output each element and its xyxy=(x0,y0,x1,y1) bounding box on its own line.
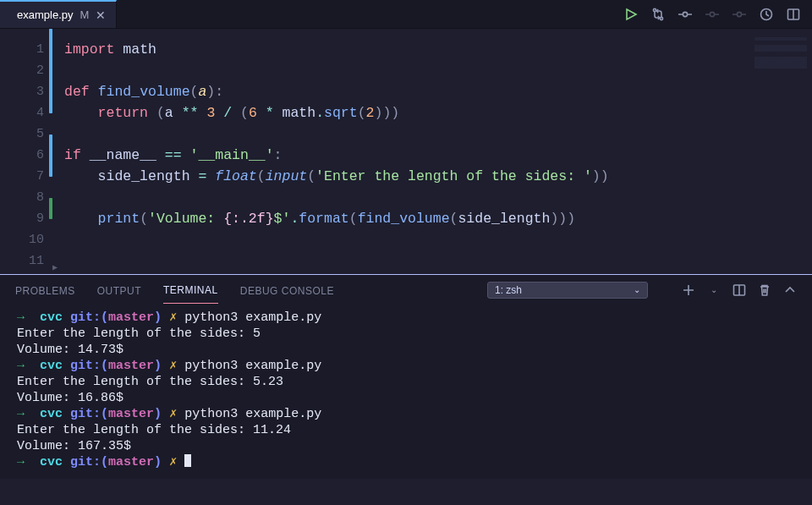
line-number: 8 xyxy=(0,187,49,208)
panel-tabbar: PROBLEMS OUTPUT TERMINAL DEBUG CONSOLE 1… xyxy=(0,275,812,305)
panel-actions: ⌄ xyxy=(682,283,797,297)
svg-point-6 xyxy=(737,12,741,16)
code-line xyxy=(64,229,609,250)
terminal-selector-label: 1: zsh xyxy=(495,284,522,296)
editor-actions xyxy=(624,0,812,28)
modification-stripe xyxy=(49,29,52,274)
line-number: 11 xyxy=(0,250,49,272)
line-number: 10 xyxy=(0,229,49,250)
terminal-line: Enter the length of the sides: 11.24 xyxy=(17,422,795,438)
terminal-line: Enter the length of the sides: 5.23 xyxy=(17,374,795,390)
close-tab-button[interactable]: ✕ xyxy=(96,8,106,22)
editor-topbar: example.py M ✕ xyxy=(0,0,812,29)
new-terminal-icon[interactable] xyxy=(682,283,695,297)
svg-point-5 xyxy=(710,12,714,16)
line-number: 9 xyxy=(0,208,49,229)
code-line: return (a ** 3 / (6 * math.sqrt(2))) xyxy=(64,102,609,124)
code-line: side_length = float(input('Enter the len… xyxy=(64,166,609,187)
code-line xyxy=(64,60,609,81)
git-commit-icon[interactable] xyxy=(678,8,692,21)
terminal-cursor xyxy=(184,454,191,467)
panel-tab-output[interactable]: OUTPUT xyxy=(97,277,141,304)
bottom-panel: PROBLEMS OUTPUT TERMINAL DEBUG CONSOLE 1… xyxy=(0,274,812,479)
terminal-line: Enter the length of the sides: 5 xyxy=(17,326,795,342)
split-terminal-icon[interactable] xyxy=(732,283,746,297)
terminal-line: → cvc git:(master) ✗ python3 example.py xyxy=(17,358,795,374)
terminal-selector-dropdown[interactable]: 1: zsh ⌄ xyxy=(487,282,648,299)
git-commit-prev-icon[interactable] xyxy=(705,8,719,21)
line-number: 7 xyxy=(0,166,49,187)
terminal-line: → cvc git:(master) ✗ python3 example.py xyxy=(17,310,795,326)
run-icon[interactable] xyxy=(624,8,638,21)
code-line: import math xyxy=(64,39,609,60)
git-commit-next-icon[interactable] xyxy=(732,8,746,21)
split-editor-icon[interactable] xyxy=(787,8,800,21)
line-number: 3 xyxy=(0,81,49,102)
code-line: if __name__ == '__main__': xyxy=(64,145,609,166)
code-line: print('Volume: {:.2f}$'.format(find_volu… xyxy=(64,208,609,229)
terminal-line: Volume: 14.73$ xyxy=(17,342,795,358)
split-terminal-chevron-icon[interactable]: ⌄ xyxy=(707,283,721,297)
panel-tab-problems[interactable]: PROBLEMS xyxy=(15,277,75,304)
code-line: def find_volume(a): xyxy=(64,81,609,102)
line-number: 5 xyxy=(0,124,49,145)
editor-tabs: example.py M ✕ xyxy=(0,0,117,28)
panel-tab-terminal[interactable]: TERMINAL xyxy=(163,276,218,304)
tab-filename: example.py xyxy=(17,8,73,21)
terminal-line: Volume: 16.86$ xyxy=(17,390,795,406)
code-editor[interactable]: 1 2 3 4 5 6 7 8 9 10 11 import math def … xyxy=(0,29,812,274)
tab-modified-indicator: M xyxy=(80,8,89,21)
line-number-gutter: 1 2 3 4 5 6 7 8 9 10 11 xyxy=(0,29,49,274)
code-line xyxy=(64,187,609,208)
svg-point-4 xyxy=(683,12,687,16)
code-line xyxy=(64,250,609,272)
terminal-line: → cvc git:(master) ✗ python3 example.py xyxy=(17,406,795,422)
line-number: 2 xyxy=(0,60,49,81)
terminal-output[interactable]: → cvc git:(master) ✗ python3 example.pyE… xyxy=(0,305,812,479)
terminal-line: Volume: 167.35$ xyxy=(17,438,795,454)
line-number: 4 xyxy=(0,102,49,124)
code-line xyxy=(64,124,609,145)
line-number: 1 xyxy=(0,39,49,60)
svg-point-3 xyxy=(660,17,662,19)
line-number: 6 xyxy=(0,145,49,166)
terminal-line: → cvc git:(master) ✗ xyxy=(17,454,795,470)
chevron-down-icon: ⌄ xyxy=(634,285,640,294)
minimap[interactable] xyxy=(754,37,807,76)
collapse-panel-icon[interactable] xyxy=(783,283,797,297)
delete-terminal-icon[interactable] xyxy=(758,283,771,297)
panel-tab-debug-console[interactable]: DEBUG CONSOLE xyxy=(240,277,334,304)
tab-example-py[interactable]: example.py M ✕ xyxy=(0,0,117,28)
history-icon[interactable] xyxy=(760,8,773,21)
code-content[interactable]: import math def find_volume(a): return (… xyxy=(52,29,609,274)
git-compare-icon[interactable] xyxy=(651,8,665,21)
svg-point-2 xyxy=(653,8,656,11)
